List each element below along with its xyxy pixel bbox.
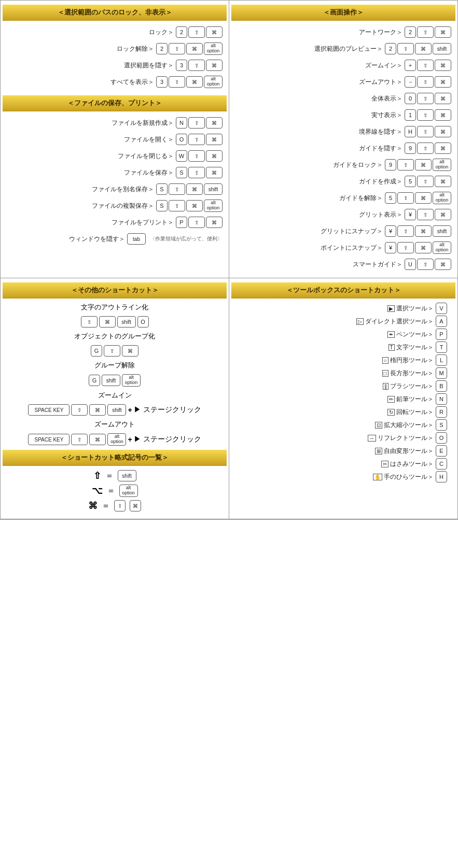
- label-outline: 文字のアウトライン化: [3, 303, 227, 312]
- key-cmdS2: ⌘: [186, 183, 203, 195]
- cursor-zi: ▶ ステージクリック: [134, 405, 201, 415]
- section-header-other: ＜その他のショートカット＞: [3, 282, 227, 298]
- key-l: L: [436, 354, 447, 366]
- key-p: P: [176, 217, 187, 228]
- key-2-prev: 2: [385, 43, 396, 54]
- symbol-option: ⌥ ＝ altoption: [3, 485, 227, 497]
- label-tool-rect: □ 長方形ツール＞: [233, 369, 434, 378]
- label-tool-scissors: ✂ はさみツール＞: [233, 460, 434, 468]
- col-screen: ＜画面操作＞ アートワーク＞ 2 ⇧ ⌘ 選択範囲のプレビュー＞ 2 ⇧ ⌘ s…: [229, 1, 457, 278]
- key-yen2: ¥: [385, 225, 396, 237]
- key-shift-prev: ⇧: [397, 43, 414, 54]
- note-tab: 〈作業領域が広がって、便利〉: [150, 235, 223, 243]
- key-shift-ug: shift: [102, 375, 120, 386]
- key-option-leg: altoption: [119, 485, 138, 497]
- label-hide-win: ウィンドウを隠す＞: [7, 235, 125, 244]
- tool-reflect: ↔ リフレクトツール＞ O: [233, 432, 447, 444]
- block-zoomout-space: ズームアウト SPACE KEY ⇧ ⌘ altoption + ▶ ステージク…: [3, 420, 227, 446]
- key-plus: +: [405, 60, 416, 71]
- key-shift-art: ⇧: [417, 26, 434, 38]
- symbol-shift: ⇧ ＝ shift: [3, 470, 227, 481]
- key-shift-zi: ⇧: [417, 60, 434, 71]
- shortcut-relguide: ガイドを解除＞ 5 ⇧ ⌘ altoption: [235, 191, 451, 205]
- key-shift-sp-zi2: shift: [107, 404, 126, 416]
- shortcut-smart: スマートガイド＞ U ⇧ ⌘: [235, 257, 451, 272]
- keys-smart: U ⇧ ⌘: [405, 259, 451, 270]
- label-tool-ellipse: ○ 楕円形ツール＞: [233, 356, 434, 365]
- label-zoomout: ズームアウト＞: [235, 78, 403, 87]
- key-3b: 3: [156, 76, 168, 88]
- shortcut-show-all: すべてを表示＞ 3 ⇧ ⌘ altoption: [7, 75, 223, 89]
- label-zoomin-space: ズームイン: [3, 391, 227, 400]
- tool-rect: □ 長方形ツール＞ M: [233, 367, 447, 379]
- key-p-tool: P: [436, 329, 447, 340]
- label-ungroup: グループ解除: [3, 361, 227, 370]
- plus-zo: +: [128, 435, 132, 444]
- block-ungroup: グループ解除 G shift altoption: [3, 361, 227, 387]
- key-shift-sng2: shift: [433, 225, 451, 237]
- key-cmdW: ⌘: [206, 150, 223, 162]
- keys-savedup: S ⇧ ⌘ altoption: [156, 200, 223, 212]
- key-cmdS3: ⌘: [186, 200, 203, 211]
- keys-zoomout-space: SPACE KEY ⇧ ⌘ altoption + ▶ ステージクリック: [3, 433, 227, 446]
- key-h: H: [405, 126, 416, 137]
- shortcut-unlock: ロック解除＞ 2 ⇧ ⌘ altoption: [7, 41, 223, 56]
- key-o-tool: O: [436, 432, 447, 444]
- tool-ellipse: ○ 楕円形ツール＞ L: [233, 354, 447, 366]
- label-show-all: すべてを表示＞: [7, 78, 154, 87]
- keys-group: G ⇧ ⌘: [3, 345, 227, 357]
- label-hideguide: ガイドを隠す＞: [235, 144, 403, 153]
- key-5b: 5: [385, 192, 396, 204]
- key-tab: tab: [127, 233, 146, 245]
- col-other: ＜その他のショートカット＞ 文字のアウトライン化 ⇧ ⌘ shift O オブジ…: [1, 278, 229, 519]
- label-open: ファイルを開く＞: [7, 135, 174, 144]
- key-2b: 2: [156, 43, 168, 54]
- key-t: T: [436, 341, 447, 353]
- key-shiftS2: ⇧: [169, 183, 185, 195]
- sym-cmd: ⌘: [88, 500, 98, 511]
- key-shift-sng: ⇧: [397, 225, 414, 237]
- tool-scale: ⊡ 拡大縮小ツール＞ S: [233, 419, 447, 431]
- keys-preview: 2 ⇧ ⌘ shift: [385, 43, 451, 54]
- label-saveas: ファイルを別名保存＞: [7, 185, 154, 194]
- key-n: N: [176, 117, 187, 129]
- keys-open: O ⇧ ⌘: [176, 134, 223, 145]
- tool-pen: ✒ ペンツール＞ P: [233, 329, 447, 340]
- shortcut-zoomin: ズームイン＞ + ⇧ ⌘: [235, 58, 451, 73]
- keys-ungroup: G shift altoption: [3, 374, 227, 387]
- key-cmd-prev: ⌘: [415, 43, 432, 54]
- section-header-screen: ＜画面操作＞: [231, 5, 455, 21]
- key-r: R: [436, 406, 447, 418]
- key-e: E: [436, 445, 447, 457]
- key-shift-rg: ⇧: [397, 192, 414, 204]
- key-shift-leg: shift: [118, 470, 136, 481]
- key-shift-prev2: shift: [433, 43, 451, 54]
- label-tool-select: ▶ 選択ツール＞: [233, 304, 434, 313]
- key-cmd-art: ⌘: [435, 26, 451, 38]
- col-toolbox: ＜ツールボックスのショートカット＞ ▶ 選択ツール＞ V ▷ ダイレクト選択ツー…: [229, 278, 457, 488]
- sym-shift: ⇧: [93, 470, 101, 481]
- key-2-art: 2: [405, 26, 416, 38]
- key-cmd-sng: ⌘: [415, 225, 432, 237]
- cursor-zo: ▶ ステージクリック: [134, 435, 201, 444]
- key-cmd-he: ⌘: [435, 126, 451, 137]
- key-shift-he: ⇧: [417, 126, 434, 137]
- key-cmd-ac: ⌘: [435, 109, 451, 121]
- label-smart: スマートガイド＞: [235, 260, 403, 269]
- key-shift-lg: ⇧: [397, 159, 414, 170]
- keys-new: N ⇧ ⌘: [176, 117, 223, 129]
- key-h-tool: H: [436, 471, 447, 482]
- key-shift-hg: ⇧: [417, 143, 434, 154]
- keys-hideguide: 9 ⇧ ⌘: [405, 143, 451, 154]
- label-close: ファイルを閉じる＞: [7, 152, 174, 161]
- keys-unlock: 2 ⇧ ⌘ altoption: [156, 42, 223, 55]
- key-option-rg: altoption: [433, 192, 451, 204]
- key-shift-sp-zo: ⇧: [71, 434, 88, 445]
- key-cmd4: ⌘: [186, 76, 203, 88]
- symbol-cmd: ⌘ ＝ ⇧ ⌘: [3, 500, 227, 511]
- main-container: ＜選択範囲のパスのロック、非表示＞ ロック＞ 2 ⇧ ⌘ ロック解除＞ 2 ⇧ …: [0, 0, 458, 520]
- tool-rotate: ↻ 回転ツール＞ R: [233, 406, 447, 418]
- key-b: B: [436, 380, 447, 392]
- shortcut-close: ファイルを閉じる＞ W ⇧ ⌘: [7, 149, 223, 163]
- key-s-tool: S: [436, 419, 447, 431]
